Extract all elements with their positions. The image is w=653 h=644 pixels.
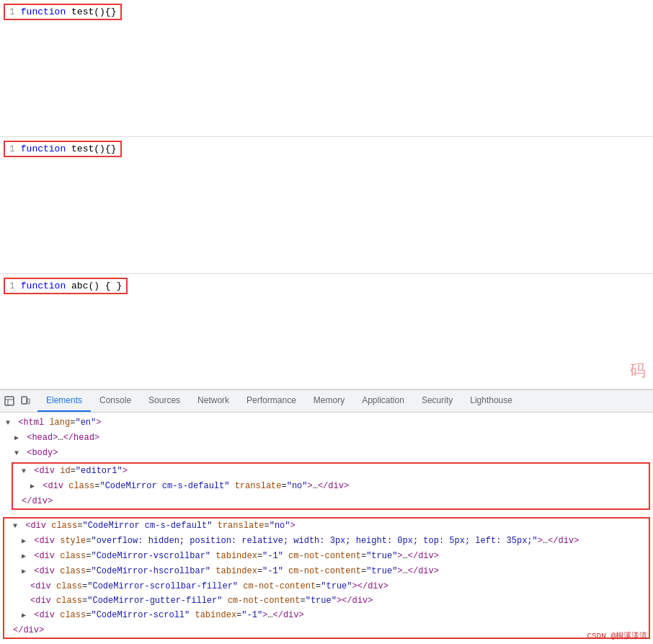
keyword-3: function (21, 281, 66, 291)
html-root-line[interactable]: ▼ <html lang="en"> (0, 415, 653, 431)
editor-panel-1: 1function test(){} (0, 0, 653, 137)
tab-memory[interactable]: Memory (305, 390, 353, 412)
line-number-3: 1 (9, 281, 15, 291)
red-box-codemirror: ▼ <div class="CodeMirror cm-s-default" t… (3, 517, 650, 639)
div-codemirror1-line[interactable]: ▶ <div class="CodeMirror cm-s-default" t… (13, 479, 649, 494)
devtools-bar: Elements Console Sources Network Perform… (0, 389, 653, 413)
expand-scroll[interactable]: ▶ (22, 609, 29, 622)
cm-gutter-filler[interactable]: <div class="CodeMirror-gutter-filler" cm… (4, 594, 649, 608)
devtools-content: ▼ <html lang="en"> ▶ <head>…</head> ▼ <b… (0, 413, 653, 644)
spacer (0, 640, 653, 643)
cm-scrollbar-filler[interactable]: <div class="CodeMirror-scrollbar-filler"… (4, 579, 649, 594)
expand-head[interactable]: ▶ (14, 432, 22, 445)
line-number-2: 1 (9, 144, 15, 154)
tab-console[interactable]: Console (91, 390, 140, 412)
expand-cm1[interactable]: ▶ (30, 480, 37, 493)
keyword-1: function (21, 6, 66, 17)
head-line[interactable]: ▶ <head>…</head> (0, 431, 653, 446)
cm-scroll-line[interactable]: ▶ <div class="CodeMirror-scroll" tabinde… (4, 608, 649, 623)
code-box-3: 1function abc() { } (4, 278, 128, 294)
div-editor1-close[interactable]: </div> (13, 494, 649, 508)
svg-rect-3 (22, 397, 27, 404)
tab-performance[interactable]: Performance (238, 390, 305, 412)
expand-body[interactable]: ▼ (14, 447, 22, 460)
watermark: 码 (630, 360, 646, 381)
cm-root-close[interactable]: </div> (4, 623, 649, 638)
tab-elements[interactable]: Elements (37, 390, 91, 412)
cm-div-overflow[interactable]: ▶ <div style="overflow: hidden; position… (4, 534, 649, 549)
csdn-badge: CSDN @桐溪漾流 (587, 630, 647, 641)
tab-lighthouse[interactable]: Lighthouse (461, 390, 521, 412)
svg-rect-0 (5, 397, 14, 405)
function-name-2: test (71, 144, 94, 154)
tab-application[interactable]: Application (353, 390, 413, 412)
tab-sources[interactable]: Sources (140, 390, 189, 412)
expand-vscrollbar[interactable]: ▶ (22, 550, 29, 563)
device-icon[interactable] (19, 394, 32, 407)
body-open-line[interactable]: ▼ <body> (0, 446, 653, 461)
function-name-1: test (71, 6, 94, 17)
div-editor1-line[interactable]: ▼ <div id="editor1"> (13, 464, 649, 479)
tab-network[interactable]: Network (189, 390, 238, 412)
blank-line (0, 511, 653, 516)
svg-rect-4 (27, 399, 30, 404)
keyword-2: function (21, 144, 66, 154)
editor-panel-3: 1function abc() { } (0, 274, 653, 389)
expand-html[interactable]: ▼ (6, 417, 13, 430)
cm-root-line[interactable]: ▼ <div class="CodeMirror cm-s-default" t… (4, 519, 649, 534)
expand-hscrollbar[interactable]: ▶ (22, 565, 29, 578)
devtools-tabs: Elements Console Sources Network Perform… (37, 390, 521, 412)
cm-vscrollbar-line[interactable]: ▶ <div class="CodeMirror-vscrollbar" tab… (4, 549, 649, 564)
inspect-icon[interactable] (3, 394, 16, 407)
red-box-editor1: ▼ <div id="editor1"> ▶ <div class="CodeM… (12, 462, 650, 510)
line-number-1: 1 (9, 6, 15, 17)
expand-cm-root[interactable]: ▼ (13, 520, 20, 533)
function-name-3: abc (71, 281, 88, 291)
editor-panel-2: 1function test(){} (0, 137, 653, 274)
expand-cm-overflow[interactable]: ▶ (22, 535, 29, 548)
cm-hscrollbar-line[interactable]: ▶ <div class="CodeMirror-hscrollbar" tab… (4, 564, 649, 579)
code-box-1: 1function test(){} (4, 4, 122, 20)
code-box-2: 1function test(){} (4, 141, 122, 157)
editor-area: 1function test(){} 1function test(){} 1f… (0, 0, 653, 389)
tab-security[interactable]: Security (413, 390, 461, 412)
devtools-icon-group (3, 394, 32, 407)
expand-editor1[interactable]: ▼ (22, 465, 29, 478)
